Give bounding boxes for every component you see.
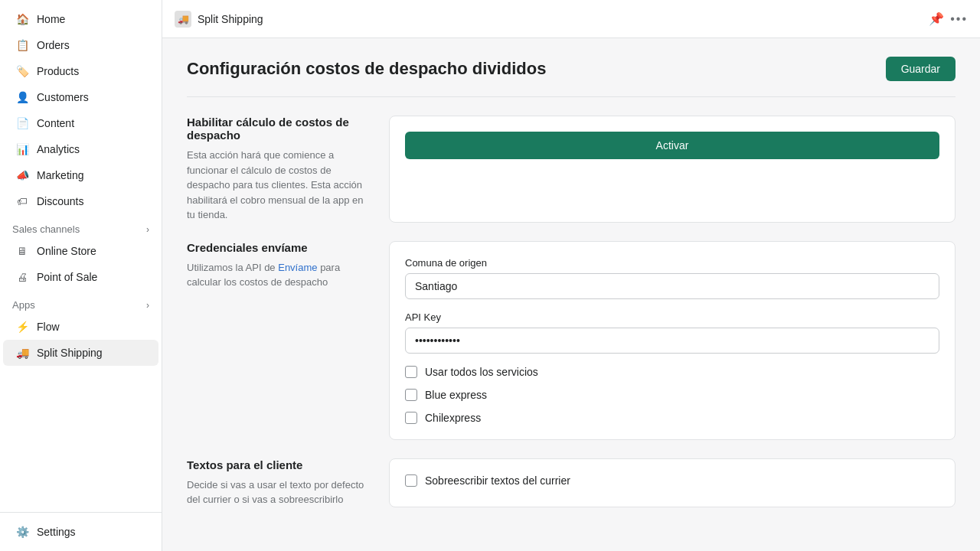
apps-section[interactable]: Apps › <box>0 290 162 314</box>
sidebar-item-label: Orders <box>37 39 70 51</box>
topbar-right: 📌 ••• <box>929 11 968 26</box>
activate-section-left: Habilitar cálculo de costos de despacho … <box>187 116 371 223</box>
sidebar-item-label: Settings <box>37 526 76 538</box>
sidebar-item-label: Discounts <box>37 195 83 207</box>
activate-heading: Habilitar cálculo de costos de despacho <box>187 116 371 142</box>
sidebar-item-label: Products <box>37 65 79 77</box>
comuna-label: Comuna de origen <box>405 257 939 269</box>
chevron-right-icon: › <box>146 224 149 235</box>
save-button[interactable]: Guardar <box>886 57 956 81</box>
main-content: 🚚 Split Shipping 📌 ••• Configuración cos… <box>162 0 980 551</box>
discounts-icon: 🏷 <box>15 194 29 208</box>
flow-icon: ⚡ <box>15 320 29 334</box>
credentials-section-right: Comuna de origen API Key Usar todos los … <box>389 241 956 440</box>
topbar-title: Split Shipping <box>198 13 263 25</box>
page-header: Configuración costos de despacho dividid… <box>187 57 956 81</box>
point-of-sale-icon: 🖨 <box>15 270 29 284</box>
checkbox-all-services-label: Usar todos los servicios <box>425 366 538 378</box>
checkbox-chilexpress[interactable] <box>405 412 417 424</box>
texts-heading: Textos para el cliente <box>187 458 371 471</box>
sidebar-item-flow[interactable]: ⚡ Flow <box>3 314 158 340</box>
activate-description: Esta acción hará que comience a funciona… <box>187 148 371 223</box>
chevron-right-icon: › <box>146 300 149 311</box>
sidebar-item-label: Customers <box>37 91 89 103</box>
activate-section-right: Activar <box>389 116 956 223</box>
products-icon: 🏷️ <box>15 64 29 78</box>
credentials-section-left: Credenciales envíame Utilizamos la API d… <box>187 241 371 440</box>
sidebar-item-label: Analytics <box>37 143 80 155</box>
checkbox-overwrite-texts-label: Sobreescribir textos del currier <box>425 474 570 487</box>
page-content: Configuración costos de despacho dividid… <box>162 38 980 551</box>
customers-icon: 👤 <box>15 90 29 104</box>
apps-label: Apps <box>12 299 35 311</box>
orders-icon: 📋 <box>15 38 29 52</box>
sidebar-item-label: Split Shipping <box>37 347 103 359</box>
settings-icon: ⚙️ <box>15 525 29 539</box>
checkbox-chilexpress-label: Chilexpress <box>425 412 481 424</box>
sidebar-item-products[interactable]: 🏷️ Products <box>3 58 158 84</box>
sidebar-item-label: Home <box>37 13 65 25</box>
checkbox-overwrite-texts[interactable] <box>405 474 417 487</box>
texts-description: Decide si vas a usar el texto por defect… <box>187 478 371 507</box>
credentials-section: Credenciales envíame Utilizamos la API d… <box>187 241 956 440</box>
content-icon: 📄 <box>15 116 29 130</box>
sidebar-item-label: Online Store <box>37 245 96 257</box>
checkbox-blue-express[interactable] <box>405 389 417 401</box>
topbar-left: 🚚 Split Shipping <box>175 11 263 28</box>
sidebar-item-label: Content <box>37 117 74 129</box>
sidebar-item-label: Point of Sale <box>37 271 97 283</box>
texts-section-left: Textos para el cliente Decide si vas a u… <box>187 458 371 507</box>
sidebar-item-label: Flow <box>37 321 60 333</box>
sales-channels-label: Sales channels <box>12 223 80 235</box>
sidebar-item-discounts[interactable]: 🏷 Discounts <box>3 188 158 214</box>
analytics-icon: 📊 <box>15 142 29 156</box>
credentials-desc-prefix: Utilizamos la API de <box>187 262 278 273</box>
sidebar-item-orders[interactable]: 📋 Orders <box>3 32 158 58</box>
sidebar-item-label: Marketing <box>37 169 83 181</box>
pin-icon[interactable]: 📌 <box>929 11 944 26</box>
sidebar-item-analytics[interactable]: 📊 Analytics <box>3 136 158 162</box>
home-icon: 🏠 <box>15 12 29 26</box>
sidebar: 🏠 Home 📋 Orders 🏷️ Products 👤 Customers … <box>0 0 162 551</box>
sidebar-item-point-of-sale[interactable]: 🖨 Point of Sale <box>3 264 158 290</box>
split-shipping-icon: 🚚 <box>15 346 29 360</box>
page-title: Configuración costos de despacho dividid… <box>187 59 546 79</box>
more-options-button[interactable]: ••• <box>950 12 968 26</box>
api-key-label: API Key <box>405 311 939 323</box>
checkbox-all-services[interactable] <box>405 366 417 378</box>
sales-channels-section[interactable]: Sales channels › <box>0 214 162 238</box>
texts-section: Textos para el cliente Decide si vas a u… <box>187 458 956 507</box>
checkbox-blue-express-row: Blue express <box>405 389 939 401</box>
enviame-link[interactable]: Envíame <box>278 262 317 273</box>
credentials-heading: Credenciales envíame <box>187 241 371 254</box>
comuna-input[interactable] <box>405 273 939 299</box>
credentials-description: Utilizamos la API de Envíame para calcul… <box>187 260 371 290</box>
checkbox-blue-express-label: Blue express <box>425 389 487 401</box>
sidebar-item-customers[interactable]: 👤 Customers <box>3 84 158 110</box>
sidebar-item-online-store[interactable]: 🖥 Online Store <box>3 238 158 264</box>
checkbox-all-services-row: Usar todos los servicios <box>405 366 939 378</box>
sidebar-item-marketing[interactable]: 📣 Marketing <box>3 162 158 188</box>
topbar: 🚚 Split Shipping 📌 ••• <box>162 0 980 38</box>
sidebar-item-settings[interactable]: ⚙️ Settings <box>3 519 158 545</box>
activate-section: Habilitar cálculo de costos de despacho … <box>187 116 956 223</box>
checkbox-chilexpress-row: Chilexpress <box>405 412 939 424</box>
online-store-icon: 🖥 <box>15 244 29 258</box>
marketing-icon: 📣 <box>15 168 29 182</box>
sidebar-item-home[interactable]: 🏠 Home <box>3 6 158 32</box>
checkbox-overwrite-texts-row: Sobreescribir textos del currier <box>405 474 939 487</box>
sidebar-item-content[interactable]: 📄 Content <box>3 110 158 136</box>
divider <box>187 96 956 97</box>
api-key-input[interactable] <box>405 328 939 354</box>
topbar-app-icon: 🚚 <box>175 11 191 28</box>
activate-button[interactable]: Activar <box>405 132 939 159</box>
texts-section-right: Sobreescribir textos del currier <box>389 458 956 507</box>
sidebar-item-split-shipping[interactable]: 🚚 Split Shipping <box>3 340 158 366</box>
